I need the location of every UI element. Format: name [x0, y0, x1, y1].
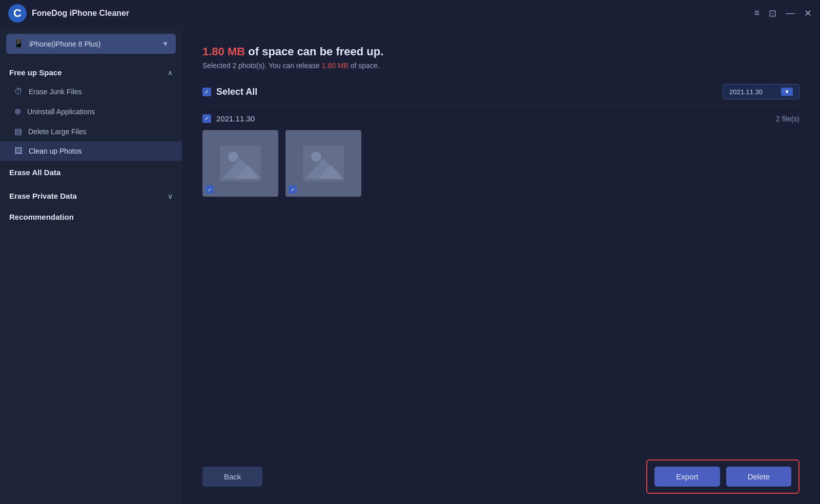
sidebar: 📱 iPhone(iPhone 8 Plus) ▼ Free up Space …: [0, 27, 182, 504]
sidebar-section-title-erase-all: Erase All Data: [9, 168, 60, 177]
date-group: ✓ 2021.11.30 2 file(s): [202, 114, 799, 197]
minimize-icon[interactable]: —: [786, 8, 795, 18]
device-selector[interactable]: 📱 iPhone(iPhone 8 Plus) ▼: [6, 34, 176, 54]
layout: 📱 iPhone(iPhone 8 Plus) ▼ Free up Space …: [0, 27, 820, 504]
sidebar-item-label-clean-photos: Clean up Photos: [29, 147, 82, 155]
delete-button[interactable]: Delete: [726, 467, 791, 487]
date-dropdown-value: 2021.11.30: [729, 88, 763, 96]
titlebar-controls: ≡ ⊡ — ✕: [754, 8, 812, 19]
titlebar: C FoneDog iPhone Cleaner ≡ ⊡ — ✕: [0, 0, 820, 27]
photo-placeholder-icon-2: [303, 145, 344, 181]
sidebar-section-header-free-up-space[interactable]: Free up Space ∧: [0, 61, 182, 82]
app-title: FoneDog iPhone Cleaner: [32, 9, 129, 18]
photo-thumb-2[interactable]: ✓: [285, 130, 361, 197]
photo-item-1: ✓: [202, 130, 278, 197]
select-all-checkbox[interactable]: ✓: [202, 88, 211, 96]
subtitle-prefix: Selected: [202, 61, 232, 70]
photo-check-icon-1: ✓: [208, 187, 212, 193]
erase-private-chevron-icon: ∨: [168, 192, 173, 200]
dropdown-arrow-icon: ▼: [781, 88, 793, 96]
sidebar-item-erase-junk[interactable]: ⏱ Erase Junk Files: [0, 82, 182, 101]
photos-grid: ✓ ✓: [202, 130, 799, 197]
main-content: 1.80 MB of space can be freed up. Select…: [182, 27, 820, 504]
sidebar-section-title-free-up-space: Free up Space: [9, 68, 62, 77]
svg-point-7: [311, 152, 321, 162]
menu-icon[interactable]: ≡: [754, 8, 760, 18]
titlebar-left: C FoneDog iPhone Cleaner: [8, 4, 129, 23]
bottom-bar: Back Export Delete: [182, 459, 820, 494]
photo-thumb-1[interactable]: ✓: [202, 130, 278, 197]
select-all-check-icon: ✓: [204, 89, 209, 95]
sidebar-section-erase-private: Erase Private Data ∨: [0, 184, 182, 205]
sidebar-item-uninstall-apps[interactable]: ⊗ Uninstall Applications: [0, 101, 182, 121]
date-group-checkbox[interactable]: ✓: [202, 114, 211, 123]
date-dropdown[interactable]: 2021.11.30 ▼: [723, 84, 799, 99]
sidebar-section-erase-all[interactable]: Erase All Data: [0, 161, 182, 184]
sidebar-section-recommendation[interactable]: Recommendation: [0, 205, 182, 229]
app-logo: C: [8, 4, 27, 23]
date-group-check-icon: ✓: [204, 115, 209, 122]
device-selector-left: 📱 iPhone(iPhone 8 Plus): [13, 38, 100, 49]
back-button[interactable]: Back: [202, 467, 262, 487]
clock-icon: ⏱: [14, 87, 23, 96]
sidebar-section-title-erase-private: Erase Private Data: [9, 192, 77, 200]
space-title-suffix: of space can be freed up.: [245, 45, 383, 58]
phone-icon: 📱: [13, 38, 24, 49]
svg-point-3: [228, 152, 238, 162]
subtitle-suffix: of space.: [348, 61, 380, 70]
circle-x-icon: ⊗: [14, 107, 21, 116]
sidebar-item-delete-large[interactable]: ▤ Delete Large Files: [0, 121, 182, 141]
select-all-left: ✓ Select All: [202, 87, 257, 97]
sidebar-section-header-erase-private[interactable]: Erase Private Data ∨: [0, 184, 182, 205]
space-subtitle: Selected 2 photo(s). You can release 1.8…: [202, 61, 799, 70]
subtitle-count: 2: [232, 61, 236, 70]
photo-check-icon-2: ✓: [291, 187, 295, 193]
photo-checkbox-1[interactable]: ✓: [206, 185, 214, 194]
space-size-highlight: 1.80 MB: [202, 45, 245, 58]
export-button[interactable]: Export: [654, 467, 720, 487]
device-chevron-icon: ▼: [162, 40, 169, 48]
photo-item-2: ✓: [285, 130, 361, 197]
sidebar-item-label-uninstall: Uninstall Applications: [27, 108, 95, 116]
select-all-label: Select All: [216, 87, 257, 97]
date-group-header: ✓ 2021.11.30 2 file(s): [202, 114, 799, 123]
action-buttons-group: Export Delete: [646, 459, 799, 494]
sidebar-section-free-up-space: Free up Space ∧ ⏱ Erase Junk Files ⊗ Uni…: [0, 61, 182, 161]
photo-checkbox-2[interactable]: ✓: [289, 185, 297, 194]
sidebar-section-title-recommendation: Recommendation: [9, 213, 74, 221]
space-header: 1.80 MB of space can be freed up. Select…: [202, 45, 799, 70]
sidebar-item-label-delete-large: Delete Large Files: [28, 128, 87, 136]
photo-placeholder-icon-1: [220, 145, 261, 181]
space-title: 1.80 MB of space can be freed up.: [202, 45, 799, 58]
subtitle-middle: photo(s). You can release: [236, 61, 322, 70]
subtitle-size: 1.80 MB: [322, 61, 348, 70]
chat-icon[interactable]: ⊡: [769, 8, 776, 19]
device-name: iPhone(iPhone 8 Plus): [29, 40, 100, 48]
select-all-row: ✓ Select All 2021.11.30 ▼: [202, 84, 799, 105]
close-icon[interactable]: ✕: [804, 8, 812, 19]
sidebar-item-label-erase-junk: Erase Junk Files: [29, 88, 81, 96]
date-group-count: 2 file(s): [776, 115, 799, 123]
image-icon: 🖼: [14, 146, 23, 156]
free-up-space-chevron-icon: ∧: [168, 69, 173, 77]
date-group-left: ✓ 2021.11.30: [202, 114, 255, 123]
sidebar-item-clean-photos[interactable]: 🖼 Clean up Photos: [0, 141, 182, 161]
list-icon: ▤: [14, 127, 22, 136]
svg-text:C: C: [13, 7, 22, 19]
date-group-label: 2021.11.30: [216, 114, 255, 123]
